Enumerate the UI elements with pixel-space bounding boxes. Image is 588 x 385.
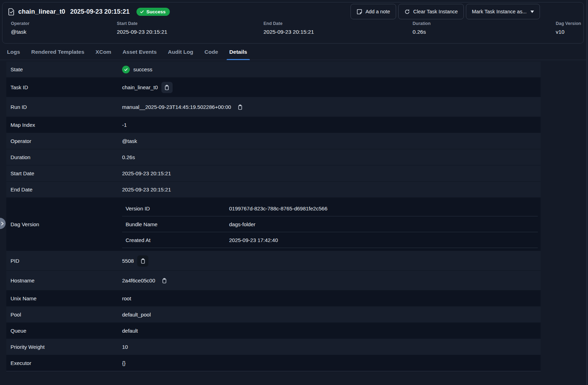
detail-value-run-id: manual__2025-09-23T14:45:19.502286+00:00: [122, 102, 246, 113]
tab-details[interactable]: Details: [229, 44, 248, 60]
refresh-icon: [404, 9, 410, 15]
detail-label-start-date: Start Date: [6, 170, 122, 176]
detail-value-operator: @task: [122, 138, 137, 144]
detail-row-run-id: Run IDmanual__2025-09-23T14:45:19.502286…: [6, 97, 541, 117]
check-icon: [124, 67, 128, 72]
nested-row-version-id: Version ID0199767d-823c-788c-8765-d6981f…: [122, 201, 538, 216]
tab-audit-log[interactable]: Audit Log: [167, 44, 194, 60]
detail-label-state: State: [6, 66, 122, 72]
chevron-down-icon: [530, 11, 534, 13]
detail-value-end-date: 2025-09-23 20:15:21: [122, 187, 171, 192]
meta-start-date-value: 2025-09-23 20:15:21: [117, 29, 167, 35]
detail-label-dag-version: Dag Version: [6, 221, 122, 227]
meta-operator-label: Operator: [11, 21, 29, 26]
detail-value-pool: default_pool: [122, 312, 151, 318]
meta-operator-value: @task: [11, 29, 29, 35]
detail-value-executor: {}: [122, 360, 126, 366]
status-badge-label: Success: [146, 9, 166, 14]
detail-row-map-index: Map Index-1: [6, 117, 541, 133]
copy-button-run-id[interactable]: [235, 102, 246, 113]
task-document-icon: [8, 8, 15, 15]
detail-value-start-date: 2025-09-23 20:15:21: [122, 170, 171, 176]
meta-end-date-value: 2025-09-23 20:15:21: [263, 29, 314, 35]
detail-value-text: manual__2025-09-23T14:45:19.502286+00:00: [122, 104, 231, 110]
mark-task-instance-as-button[interactable]: Mark Task Instance as...: [466, 4, 540, 19]
scrollbar-track[interactable]: [586, 0, 588, 385]
copy-button-task-id[interactable]: [161, 82, 173, 93]
detail-label-priority-weight: Priority Weight: [6, 344, 122, 350]
clear-task-instance-label: Clear Task Instance: [413, 9, 458, 14]
detail-value-text: -1: [122, 122, 127, 128]
panel-expand-handle[interactable]: [0, 218, 6, 229]
tab-bar: LogsRendered TemplatesXComAsset EventsAu…: [0, 44, 588, 60]
detail-value-text: 5508: [122, 258, 134, 264]
meta-duration-value: 0.26s: [413, 29, 430, 35]
chevron-right-icon: [0, 221, 5, 226]
detail-value-duration: 0.26s: [122, 154, 135, 160]
note-icon: [356, 9, 362, 15]
meta-start-date-label: Start Date: [117, 21, 167, 26]
header-actions: Add a note Clear Task Instance Mark Task…: [350, 4, 540, 19]
meta-end-date-label: End Date: [263, 21, 314, 26]
detail-label-operator: Operator: [6, 138, 122, 144]
tab-xcom[interactable]: XCom: [95, 44, 112, 60]
nested-label-bundle-name: Bundle Name: [122, 221, 229, 227]
detail-label-hostname: Hostname: [6, 278, 122, 283]
tab-asset-events[interactable]: Asset Events: [122, 44, 157, 60]
detail-row-pool: Pooldefault_pool: [6, 307, 541, 323]
detail-value-text: default: [122, 328, 138, 334]
detail-label-queue: Queue: [6, 328, 122, 334]
nested-label-version-id: Version ID: [122, 205, 229, 211]
detail-value-text: 2a4f6ce05c00: [122, 278, 155, 283]
tab-rendered-templates[interactable]: Rendered Templates: [31, 44, 85, 60]
detail-row-duration: Duration0.26s: [6, 149, 541, 165]
nested-value-bundle-name: dags-folder: [229, 221, 255, 227]
nested-value-version-id: 0199767d-823c-788c-8765-d6981fe2c566: [229, 205, 327, 211]
detail-row-end-date: End Date2025-09-23 20:15:21: [6, 182, 541, 198]
detail-value-text: @task: [122, 138, 137, 144]
detail-row-dag-version: Dag VersionVersion ID0199767d-823c-788c-…: [6, 198, 541, 251]
detail-value-unix-name: root: [122, 295, 131, 301]
detail-value-text: root: [122, 295, 131, 301]
detail-value-text: {}: [122, 360, 126, 366]
clear-task-instance-button[interactable]: Clear Task Instance: [398, 4, 464, 19]
detail-row-operator: Operator@task: [6, 133, 541, 149]
title-row: chain_linear_t0 2025-09-23 20:15:21 Succ…: [8, 8, 170, 16]
details-table: StatesuccessTask IDchain_linear_t0Run ID…: [6, 61, 541, 371]
nested-row-bundle-name: Bundle Namedags-folder: [122, 216, 538, 232]
nested-label-created-at: Created At: [122, 237, 229, 243]
detail-label-pool: Pool: [6, 312, 122, 318]
copy-icon: [164, 85, 169, 90]
copy-button-hostname[interactable]: [159, 275, 170, 286]
status-badge: Success: [136, 8, 170, 16]
copy-button-pid[interactable]: [137, 255, 148, 267]
detail-row-state: Statesuccess: [6, 61, 541, 78]
nested-value-created-at: 2025-09-23 17:42:40: [229, 237, 278, 243]
detail-label-unix-name: Unix Name: [6, 295, 122, 301]
detail-label-duration: Duration: [6, 154, 122, 160]
detail-value-text: 10: [122, 344, 128, 350]
tab-code[interactable]: Code: [204, 44, 219, 60]
tab-logs[interactable]: Logs: [6, 44, 21, 60]
detail-value-text: chain_linear_t0: [122, 84, 158, 90]
detail-row-executor: Executor{}: [6, 355, 541, 371]
copy-icon: [162, 278, 167, 283]
detail-value-text: default_pool: [122, 312, 151, 318]
meta-operator: Operator @task: [11, 21, 29, 35]
detail-row-pid: PID5508: [6, 251, 541, 271]
task-instance-header-card: chain_linear_t0 2025-09-23 20:15:21 Succ…: [2, 2, 584, 44]
check-icon: [140, 9, 144, 14]
detail-value-priority-weight: 10: [122, 344, 128, 350]
run-timestamp: 2025-09-23 20:15:21: [70, 8, 129, 15]
detail-label-end-date: End Date: [6, 187, 122, 192]
detail-value-text: success: [133, 66, 152, 72]
meta-end-date: End Date 2025-09-23 20:15:21: [263, 21, 314, 35]
detail-value-queue: default: [122, 328, 138, 334]
mark-task-instance-as-label: Mark Task Instance as...: [472, 9, 527, 14]
detail-row-hostname: Hostname2a4f6ce05c00: [6, 271, 541, 291]
add-note-button[interactable]: Add a note: [350, 4, 396, 19]
detail-row-unix-name: Unix Nameroot: [6, 291, 541, 307]
detail-value-map-index: -1: [122, 122, 127, 128]
meta-start-date: Start Date 2025-09-23 20:15:21: [117, 21, 167, 35]
dag-version-nested-table: Version ID0199767d-823c-788c-8765-d6981f…: [122, 201, 538, 248]
